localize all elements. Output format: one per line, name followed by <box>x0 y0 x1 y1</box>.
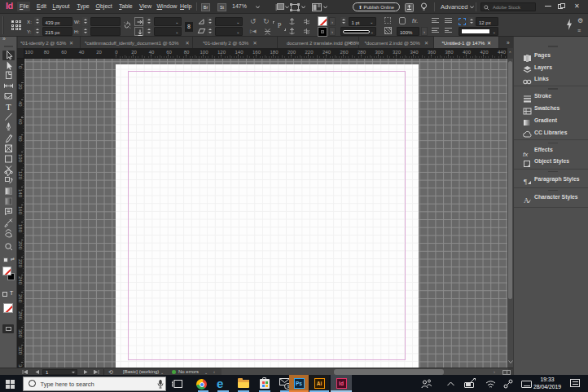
svg-text:A: A <box>524 196 529 205</box>
svg-text:T: T <box>6 103 11 112</box>
svg-text:¶: ¶ <box>524 178 527 186</box>
